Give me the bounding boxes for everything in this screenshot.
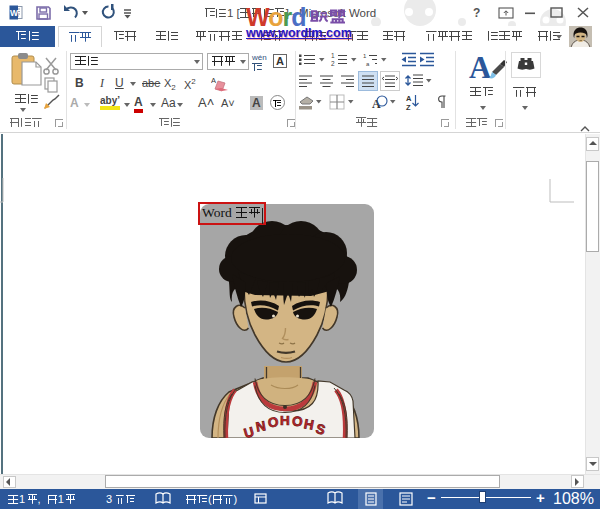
svg-text:O: O — [291, 414, 303, 430]
svg-text:A: A — [406, 94, 412, 103]
svg-text:a: a — [366, 61, 370, 67]
svg-text:1: 1 — [331, 52, 335, 59]
svg-text:A: A — [469, 50, 492, 84]
svg-text:O: O — [267, 415, 279, 431]
svg-text:A: A — [211, 76, 216, 85]
svg-text:2: 2 — [331, 60, 335, 67]
svg-text:H: H — [280, 413, 290, 428]
svg-text:A: A — [372, 97, 381, 111]
svg-text:W: W — [10, 8, 19, 18]
svg-text:Z: Z — [406, 103, 411, 112]
svg-text:1: 1 — [363, 53, 367, 59]
